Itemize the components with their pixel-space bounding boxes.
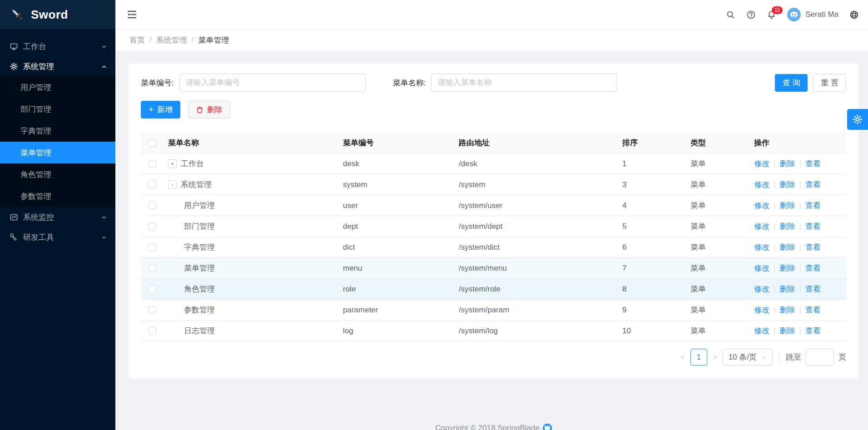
- delete-link[interactable]: 删除: [779, 200, 795, 211]
- user-name: Serati Ma: [805, 10, 838, 19]
- edit-link[interactable]: 修改: [754, 305, 769, 315]
- column-header-actions: 操作: [754, 138, 846, 148]
- row-checkbox[interactable]: [149, 327, 156, 335]
- notification-badge: 11: [772, 6, 783, 14]
- sidebar-item-devtools[interactable]: 研发工具: [0, 227, 115, 247]
- row-checkbox[interactable]: [149, 306, 156, 314]
- delete-link[interactable]: 删除: [779, 284, 795, 294]
- expand-toggle-icon[interactable]: +: [168, 159, 177, 168]
- delete-button[interactable]: 删除: [188, 101, 230, 119]
- user-menu[interactable]: Serati Ma: [787, 8, 838, 21]
- row-checkbox[interactable]: [149, 181, 156, 188]
- table-toolbar: + 新增 删除: [141, 101, 846, 119]
- edit-link[interactable]: 修改: [754, 221, 769, 232]
- cell-route-path: /system: [459, 180, 622, 189]
- table-row: 菜单管理 menu /system/menu 7 菜单 修改 | 删除 |: [141, 258, 846, 279]
- chevron-up-icon: [101, 63, 107, 69]
- cell-type: 菜单: [690, 158, 754, 169]
- row-checkbox[interactable]: [149, 160, 156, 168]
- edit-link[interactable]: 修改: [754, 158, 769, 169]
- menu-name-input[interactable]: [431, 74, 617, 92]
- search-form: 菜单编号: 菜单名称: 查 询 重 置: [141, 74, 846, 92]
- table-row: 角色管理 role /system/role 8 菜单 修改 | 删除 |: [141, 279, 846, 300]
- settings-fab[interactable]: [847, 109, 868, 130]
- edit-link[interactable]: 修改: [754, 326, 769, 336]
- breadcrumb-home[interactable]: 首页: [129, 35, 145, 45]
- delete-link[interactable]: 删除: [779, 221, 795, 232]
- table-row: 日志管理 log /system/log 10 菜单 修改 | 删除 |: [141, 321, 846, 341]
- column-header-type: 类型: [690, 138, 754, 148]
- page-size-select[interactable]: 10 条/页: [723, 349, 773, 366]
- sidebar-item-monitor[interactable]: 系统监控: [0, 207, 115, 227]
- sidebar-item-dict-mgmt[interactable]: 字典管理: [0, 120, 115, 142]
- view-link[interactable]: 查看: [805, 158, 821, 169]
- delete-link[interactable]: 删除: [779, 326, 795, 336]
- row-checkbox[interactable]: [149, 222, 156, 230]
- wrench-icon: [10, 233, 18, 242]
- chevron-down-icon: [101, 234, 107, 240]
- breadcrumb-separator: /: [192, 35, 194, 44]
- delete-link[interactable]: 删除: [779, 305, 795, 315]
- page-number-button[interactable]: 1: [690, 349, 707, 366]
- view-link[interactable]: 查看: [805, 179, 821, 190]
- expand-toggle-icon[interactable]: -: [168, 180, 177, 189]
- add-button[interactable]: + 新增: [141, 101, 180, 119]
- sidebar-item-dept-mgmt[interactable]: 部门管理: [0, 98, 115, 120]
- select-all-checkbox[interactable]: [149, 139, 156, 147]
- cell-route-path: /system/dict: [459, 243, 622, 252]
- view-link[interactable]: 查看: [805, 284, 821, 294]
- globe-icon[interactable]: [849, 10, 859, 20]
- sidebar-item-param-mgmt[interactable]: 参数管理: [0, 185, 115, 207]
- sidebar-item-user-mgmt[interactable]: 用户管理: [0, 76, 115, 98]
- row-checkbox[interactable]: [149, 243, 156, 251]
- sidebar-item-system[interactable]: 系统管理: [0, 56, 115, 76]
- view-link[interactable]: 查看: [805, 326, 821, 336]
- menu-code-input[interactable]: [179, 74, 366, 92]
- view-link[interactable]: 查看: [805, 221, 821, 232]
- search-button[interactable]: 查 询: [775, 74, 808, 92]
- view-link[interactable]: 查看: [805, 305, 821, 315]
- help-icon[interactable]: [746, 10, 756, 20]
- notification-bell[interactable]: 11: [767, 10, 776, 20]
- edit-link[interactable]: 修改: [754, 200, 769, 211]
- sidebar-item-role-mgmt[interactable]: 角色管理: [0, 163, 115, 185]
- cell-route-path: /system/log: [459, 326, 622, 336]
- row-checkbox[interactable]: [149, 264, 156, 272]
- edit-link[interactable]: 修改: [754, 263, 769, 273]
- chart-icon: [10, 213, 18, 222]
- edit-link[interactable]: 修改: [754, 179, 769, 190]
- cell-sort: 6: [622, 243, 690, 252]
- row-checkbox[interactable]: [149, 202, 156, 209]
- view-link[interactable]: 查看: [805, 200, 821, 211]
- search-icon[interactable]: [726, 10, 735, 20]
- gear-icon: [852, 114, 863, 125]
- delete-link[interactable]: 删除: [779, 242, 795, 252]
- prev-page-icon[interactable]: [680, 354, 686, 361]
- table-row: 用户管理 user /system/user 4 菜单 修改 | 删除 |: [141, 195, 846, 216]
- delete-link[interactable]: 删除: [779, 179, 795, 190]
- row-checkbox[interactable]: [149, 285, 156, 293]
- edit-link[interactable]: 修改: [754, 242, 769, 252]
- logo[interactable]: Sword: [0, 0, 115, 29]
- cell-sort: 9: [622, 306, 690, 315]
- cell-menu-name: 字典管理: [184, 242, 215, 252]
- menu-fold-icon[interactable]: [126, 9, 137, 20]
- pagination: 1 10 条/页 跳至 页: [141, 349, 846, 366]
- delete-link[interactable]: 删除: [779, 263, 795, 273]
- github-icon[interactable]: [543, 424, 552, 430]
- reset-button[interactable]: 重 置: [813, 74, 846, 92]
- next-page-icon[interactable]: [712, 354, 718, 361]
- jump-label: 跳至: [786, 352, 801, 362]
- sidebar-item-workbench[interactable]: 工作台: [0, 36, 115, 56]
- plus-icon: +: [149, 105, 154, 114]
- view-link[interactable]: 查看: [805, 263, 821, 273]
- sidebar-item-menu-mgmt[interactable]: 菜单管理: [0, 142, 115, 163]
- breadcrumb-system[interactable]: 系统管理: [156, 35, 187, 45]
- cell-type: 菜单: [690, 221, 754, 232]
- edit-link[interactable]: 修改: [754, 284, 769, 294]
- view-link[interactable]: 查看: [805, 242, 821, 252]
- cell-menu-code: log: [343, 326, 459, 336]
- jump-page-input[interactable]: [806, 349, 834, 366]
- delete-link[interactable]: 删除: [779, 158, 795, 169]
- cell-sort: 3: [622, 180, 690, 189]
